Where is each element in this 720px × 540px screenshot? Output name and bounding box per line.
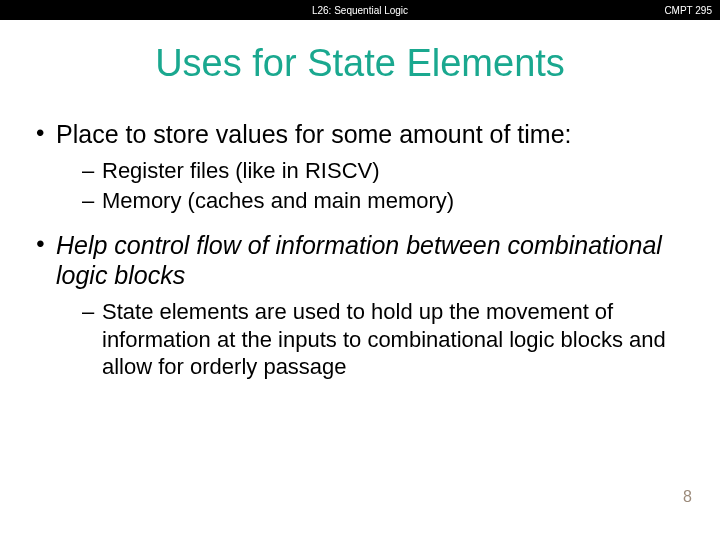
slide-title: Uses for State Elements	[0, 42, 720, 85]
slide: L26: Sequential Logic CMPT 295 Uses for …	[0, 0, 720, 540]
header-lecture-label: L26: Sequential Logic	[312, 5, 408, 16]
slide-body: Place to store values for some amount of…	[0, 119, 720, 381]
header-bar: L26: Sequential Logic CMPT 295	[0, 0, 720, 20]
header-course-label: CMPT 295	[664, 5, 712, 16]
bullet-text: Place to store values for some amount of…	[56, 120, 572, 148]
bullet-store-values: Place to store values for some amount of…	[30, 119, 690, 214]
subbullet-state-elements: State elements are used to hold up the m…	[56, 298, 690, 381]
bullet-text: Help control flow of information between…	[56, 231, 662, 289]
page-number: 8	[683, 488, 692, 506]
subbullet-memory: Memory (caches and main memory)	[56, 187, 690, 215]
subbullet-register-files: Register files (like in RISCV)	[56, 157, 690, 185]
bullet-control-flow: Help control flow of information between…	[30, 230, 690, 381]
